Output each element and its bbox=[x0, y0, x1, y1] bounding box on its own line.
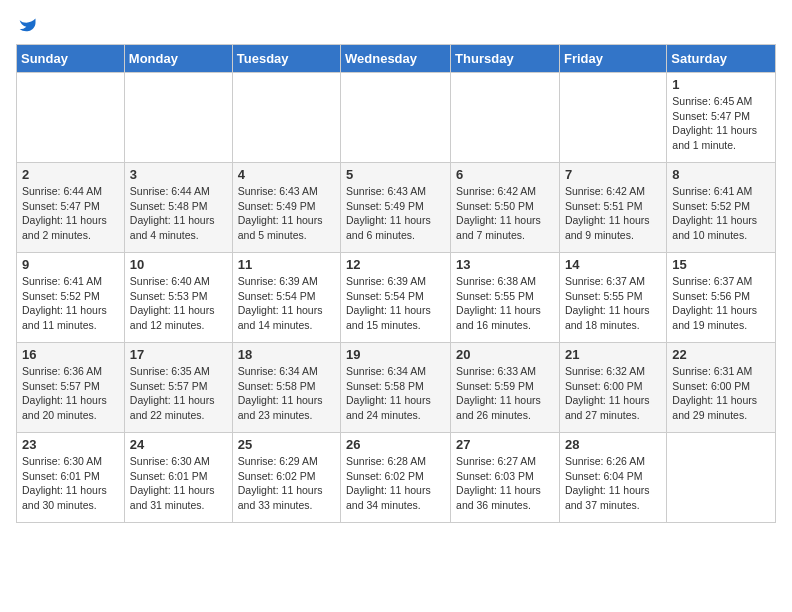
day-number: 20 bbox=[456, 347, 554, 362]
day-number: 9 bbox=[22, 257, 119, 272]
calendar-cell bbox=[451, 73, 560, 163]
day-number: 25 bbox=[238, 437, 335, 452]
calendar-cell: 28Sunrise: 6:26 AM Sunset: 6:04 PM Dayli… bbox=[559, 433, 666, 523]
day-info: Sunrise: 6:34 AM Sunset: 5:58 PM Dayligh… bbox=[238, 364, 335, 423]
day-info: Sunrise: 6:26 AM Sunset: 6:04 PM Dayligh… bbox=[565, 454, 661, 513]
calendar-cell: 17Sunrise: 6:35 AM Sunset: 5:57 PM Dayli… bbox=[124, 343, 232, 433]
calendar-cell bbox=[124, 73, 232, 163]
day-info: Sunrise: 6:39 AM Sunset: 5:54 PM Dayligh… bbox=[346, 274, 445, 333]
calendar-cell: 23Sunrise: 6:30 AM Sunset: 6:01 PM Dayli… bbox=[17, 433, 125, 523]
calendar-cell: 1Sunrise: 6:45 AM Sunset: 5:47 PM Daylig… bbox=[667, 73, 776, 163]
day-info: Sunrise: 6:33 AM Sunset: 5:59 PM Dayligh… bbox=[456, 364, 554, 423]
day-info: Sunrise: 6:30 AM Sunset: 6:01 PM Dayligh… bbox=[22, 454, 119, 513]
day-number: 12 bbox=[346, 257, 445, 272]
calendar-cell: 11Sunrise: 6:39 AM Sunset: 5:54 PM Dayli… bbox=[232, 253, 340, 343]
calendar-cell: 19Sunrise: 6:34 AM Sunset: 5:58 PM Dayli… bbox=[341, 343, 451, 433]
calendar-cell: 27Sunrise: 6:27 AM Sunset: 6:03 PM Dayli… bbox=[451, 433, 560, 523]
calendar-table: SundayMondayTuesdayWednesdayThursdayFrid… bbox=[16, 44, 776, 523]
day-number: 23 bbox=[22, 437, 119, 452]
day-number: 4 bbox=[238, 167, 335, 182]
calendar-cell: 14Sunrise: 6:37 AM Sunset: 5:55 PM Dayli… bbox=[559, 253, 666, 343]
day-info: Sunrise: 6:31 AM Sunset: 6:00 PM Dayligh… bbox=[672, 364, 770, 423]
day-info: Sunrise: 6:40 AM Sunset: 5:53 PM Dayligh… bbox=[130, 274, 227, 333]
day-number: 26 bbox=[346, 437, 445, 452]
day-number: 8 bbox=[672, 167, 770, 182]
calendar-cell: 13Sunrise: 6:38 AM Sunset: 5:55 PM Dayli… bbox=[451, 253, 560, 343]
calendar-cell: 20Sunrise: 6:33 AM Sunset: 5:59 PM Dayli… bbox=[451, 343, 560, 433]
header-day-wednesday: Wednesday bbox=[341, 45, 451, 73]
day-number: 5 bbox=[346, 167, 445, 182]
calendar-cell: 6Sunrise: 6:42 AM Sunset: 5:50 PM Daylig… bbox=[451, 163, 560, 253]
calendar-week-row: 2Sunrise: 6:44 AM Sunset: 5:47 PM Daylig… bbox=[17, 163, 776, 253]
day-number: 28 bbox=[565, 437, 661, 452]
calendar-cell: 24Sunrise: 6:30 AM Sunset: 6:01 PM Dayli… bbox=[124, 433, 232, 523]
calendar-cell bbox=[667, 433, 776, 523]
day-number: 10 bbox=[130, 257, 227, 272]
logo bbox=[16, 16, 38, 36]
day-number: 17 bbox=[130, 347, 227, 362]
day-info: Sunrise: 6:45 AM Sunset: 5:47 PM Dayligh… bbox=[672, 94, 770, 153]
day-info: Sunrise: 6:42 AM Sunset: 5:50 PM Dayligh… bbox=[456, 184, 554, 243]
day-info: Sunrise: 6:37 AM Sunset: 5:55 PM Dayligh… bbox=[565, 274, 661, 333]
day-info: Sunrise: 6:42 AM Sunset: 5:51 PM Dayligh… bbox=[565, 184, 661, 243]
calendar-cell: 25Sunrise: 6:29 AM Sunset: 6:02 PM Dayli… bbox=[232, 433, 340, 523]
calendar-header-row: SundayMondayTuesdayWednesdayThursdayFrid… bbox=[17, 45, 776, 73]
day-info: Sunrise: 6:41 AM Sunset: 5:52 PM Dayligh… bbox=[22, 274, 119, 333]
header-day-monday: Monday bbox=[124, 45, 232, 73]
calendar-cell bbox=[17, 73, 125, 163]
day-number: 24 bbox=[130, 437, 227, 452]
day-number: 19 bbox=[346, 347, 445, 362]
day-info: Sunrise: 6:43 AM Sunset: 5:49 PM Dayligh… bbox=[346, 184, 445, 243]
header bbox=[16, 16, 776, 36]
day-info: Sunrise: 6:29 AM Sunset: 6:02 PM Dayligh… bbox=[238, 454, 335, 513]
logo-bird-icon bbox=[18, 16, 38, 36]
calendar-cell: 2Sunrise: 6:44 AM Sunset: 5:47 PM Daylig… bbox=[17, 163, 125, 253]
calendar-cell: 3Sunrise: 6:44 AM Sunset: 5:48 PM Daylig… bbox=[124, 163, 232, 253]
day-number: 27 bbox=[456, 437, 554, 452]
calendar-cell: 22Sunrise: 6:31 AM Sunset: 6:00 PM Dayli… bbox=[667, 343, 776, 433]
day-info: Sunrise: 6:35 AM Sunset: 5:57 PM Dayligh… bbox=[130, 364, 227, 423]
day-info: Sunrise: 6:27 AM Sunset: 6:03 PM Dayligh… bbox=[456, 454, 554, 513]
day-info: Sunrise: 6:39 AM Sunset: 5:54 PM Dayligh… bbox=[238, 274, 335, 333]
day-info: Sunrise: 6:43 AM Sunset: 5:49 PM Dayligh… bbox=[238, 184, 335, 243]
day-number: 1 bbox=[672, 77, 770, 92]
day-info: Sunrise: 6:34 AM Sunset: 5:58 PM Dayligh… bbox=[346, 364, 445, 423]
calendar-cell bbox=[559, 73, 666, 163]
calendar-cell: 10Sunrise: 6:40 AM Sunset: 5:53 PM Dayli… bbox=[124, 253, 232, 343]
calendar-cell: 4Sunrise: 6:43 AM Sunset: 5:49 PM Daylig… bbox=[232, 163, 340, 253]
calendar-week-row: 23Sunrise: 6:30 AM Sunset: 6:01 PM Dayli… bbox=[17, 433, 776, 523]
day-number: 16 bbox=[22, 347, 119, 362]
calendar-cell: 7Sunrise: 6:42 AM Sunset: 5:51 PM Daylig… bbox=[559, 163, 666, 253]
calendar-cell: 8Sunrise: 6:41 AM Sunset: 5:52 PM Daylig… bbox=[667, 163, 776, 253]
day-info: Sunrise: 6:44 AM Sunset: 5:47 PM Dayligh… bbox=[22, 184, 119, 243]
day-number: 14 bbox=[565, 257, 661, 272]
header-day-saturday: Saturday bbox=[667, 45, 776, 73]
day-number: 3 bbox=[130, 167, 227, 182]
day-number: 11 bbox=[238, 257, 335, 272]
calendar-week-row: 1Sunrise: 6:45 AM Sunset: 5:47 PM Daylig… bbox=[17, 73, 776, 163]
calendar-cell: 15Sunrise: 6:37 AM Sunset: 5:56 PM Dayli… bbox=[667, 253, 776, 343]
day-info: Sunrise: 6:44 AM Sunset: 5:48 PM Dayligh… bbox=[130, 184, 227, 243]
day-info: Sunrise: 6:37 AM Sunset: 5:56 PM Dayligh… bbox=[672, 274, 770, 333]
calendar-cell bbox=[232, 73, 340, 163]
calendar-cell: 5Sunrise: 6:43 AM Sunset: 5:49 PM Daylig… bbox=[341, 163, 451, 253]
day-number: 22 bbox=[672, 347, 770, 362]
calendar-cell bbox=[341, 73, 451, 163]
header-day-tuesday: Tuesday bbox=[232, 45, 340, 73]
day-info: Sunrise: 6:41 AM Sunset: 5:52 PM Dayligh… bbox=[672, 184, 770, 243]
day-number: 15 bbox=[672, 257, 770, 272]
day-number: 2 bbox=[22, 167, 119, 182]
calendar-cell: 26Sunrise: 6:28 AM Sunset: 6:02 PM Dayli… bbox=[341, 433, 451, 523]
calendar-week-row: 16Sunrise: 6:36 AM Sunset: 5:57 PM Dayli… bbox=[17, 343, 776, 433]
calendar-cell: 18Sunrise: 6:34 AM Sunset: 5:58 PM Dayli… bbox=[232, 343, 340, 433]
header-day-thursday: Thursday bbox=[451, 45, 560, 73]
calendar-cell: 16Sunrise: 6:36 AM Sunset: 5:57 PM Dayli… bbox=[17, 343, 125, 433]
day-number: 7 bbox=[565, 167, 661, 182]
calendar-cell: 9Sunrise: 6:41 AM Sunset: 5:52 PM Daylig… bbox=[17, 253, 125, 343]
day-info: Sunrise: 6:28 AM Sunset: 6:02 PM Dayligh… bbox=[346, 454, 445, 513]
calendar-cell: 21Sunrise: 6:32 AM Sunset: 6:00 PM Dayli… bbox=[559, 343, 666, 433]
calendar-cell: 12Sunrise: 6:39 AM Sunset: 5:54 PM Dayli… bbox=[341, 253, 451, 343]
day-number: 18 bbox=[238, 347, 335, 362]
day-info: Sunrise: 6:36 AM Sunset: 5:57 PM Dayligh… bbox=[22, 364, 119, 423]
day-number: 6 bbox=[456, 167, 554, 182]
